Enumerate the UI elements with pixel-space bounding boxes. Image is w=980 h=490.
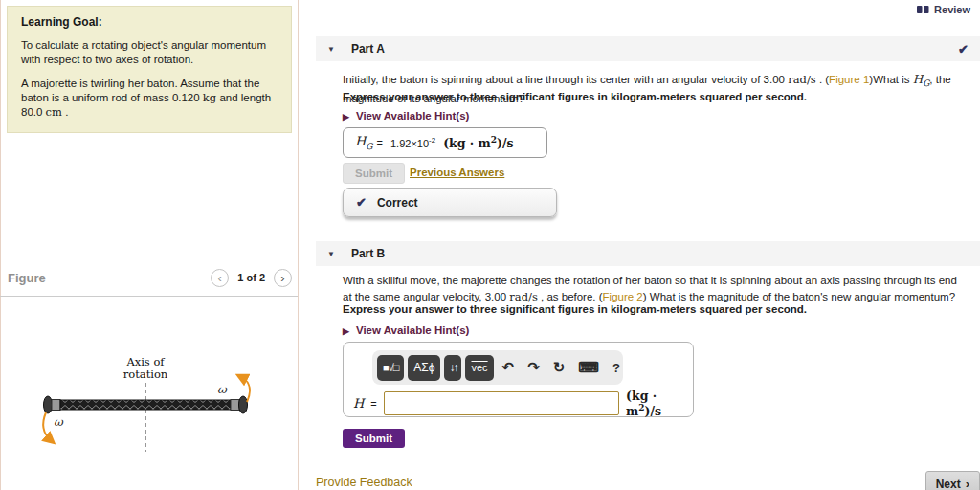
next-button[interactable]: Next › — [925, 471, 980, 490]
learning-goal-paragraph-2: A majorette is twirling her baton. Assum… — [21, 77, 278, 121]
book-icon — [917, 4, 929, 15]
answer-units: (kg · m2)/s — [443, 135, 513, 150]
answer-value: 1.92×10-2 — [390, 136, 435, 149]
part-a-complete-check-icon: ✔ — [958, 42, 969, 56]
reset-icon[interactable]: ↻ — [553, 359, 566, 376]
part-b-express-instruction: Express your answer to three significant… — [343, 303, 807, 315]
help-icon[interactable]: ? — [612, 361, 620, 375]
chevron-right-icon: › — [280, 271, 284, 285]
part-b-answer-input[interactable] — [384, 391, 619, 415]
hints-triangle-icon: ▶ — [343, 326, 349, 336]
unit-kg: kg — [203, 91, 216, 104]
redo-icon[interactable]: ↷ — [527, 359, 540, 376]
learning-goal-paragraph-1: To calculate a rotating object's angular… — [21, 38, 278, 68]
baton-right-cap — [239, 396, 248, 413]
correct-feedback-box: ✔ Correct — [343, 188, 557, 217]
omega-arrow-left — [43, 412, 51, 440]
input-units: (kg · m2)/s — [626, 389, 693, 418]
vector-button[interactable]: vec — [465, 355, 493, 381]
part-b-header[interactable]: ▼ Part B — [316, 241, 980, 266]
provide-feedback-link[interactable]: Provide Feedback — [316, 476, 412, 489]
part-a-express-instruction: Express your answer to three significant… — [343, 91, 807, 102]
chevron-right-icon: › — [966, 477, 969, 490]
unit-rad-s: rad/s — [788, 73, 816, 86]
omega-label-left: ω — [54, 415, 64, 429]
answer-variable: HG — [355, 134, 373, 151]
part-a-title: Part A — [351, 42, 385, 56]
previous-answers-link[interactable]: Previous Answers — [410, 167, 504, 178]
equals-sign: = — [370, 398, 376, 410]
keyboard-icon[interactable]: ⌨ — [578, 359, 599, 376]
review-link[interactable]: Review — [917, 4, 970, 15]
figure-1-link[interactable]: Figure 1 — [829, 74, 869, 85]
correct-label: Correct — [377, 196, 418, 210]
equals-sign: = — [377, 137, 383, 148]
part-b-question: With a skillful move, the majorette chan… — [343, 273, 969, 306]
math-templates-button[interactable]: ■√□ — [377, 355, 404, 381]
hints-label: View Available Hint(s) — [356, 324, 469, 336]
collapse-triangle-icon[interactable]: ▼ — [327, 45, 335, 54]
part-a-hints-toggle[interactable]: ▶View Available Hint(s) — [343, 110, 469, 122]
axis-label-line1: Axis of — [125, 355, 165, 368]
chevron-left-icon: ‹ — [218, 271, 222, 285]
part-a-answer-display: HG = 1.92×10-2 (kg · m2)/s — [343, 127, 547, 158]
baton-left-cap — [44, 396, 53, 413]
part-b-hints-toggle[interactable]: ▶View Available Hint(s) — [343, 324, 469, 336]
subscript-superscript-button[interactable]: ↓↑ — [444, 355, 461, 381]
review-label: Review — [934, 4, 970, 15]
baton-rod — [60, 400, 231, 410]
part-b-submit-button[interactable]: Submit — [343, 429, 405, 448]
figure-prev-button[interactable]: ‹ — [211, 269, 229, 287]
figure-page-indicator: 1 of 2 — [237, 272, 265, 283]
axis-label-line2: rotation — [123, 368, 168, 381]
undo-icon[interactable]: ↶ — [502, 359, 515, 376]
collapse-triangle-icon[interactable]: ▼ — [327, 250, 335, 258]
part-b-input-row: H = (kg · m2)/s — [353, 389, 693, 418]
figure-next-button[interactable]: › — [274, 269, 292, 287]
input-variable: H — [353, 396, 364, 411]
variable-hg: HG — [913, 73, 930, 86]
correct-check-icon: ✔ — [356, 195, 367, 210]
equation-toolbar: ■√□ ΑΣϕ ↓↑ vec ↶ ↷ ↻ ⌨ ? — [372, 350, 623, 385]
baton-right-collar — [231, 400, 239, 411]
equation-editor: ■√□ ΑΣϕ ↓↑ vec ↶ ↷ ↻ ⌨ ? H = (kg · m2)/s — [343, 342, 694, 417]
part-a-header[interactable]: ▼ Part A ✔ — [316, 36, 980, 61]
learning-goal-title: Learning Goal: — [21, 15, 278, 31]
unit-cm: cm — [46, 105, 62, 119]
panel-divider — [298, 0, 299, 490]
greek-letters-button[interactable]: ΑΣϕ — [408, 355, 440, 381]
part-a-submit-button-disabled: Submit — [343, 163, 405, 184]
baton-figure: Axis of rotation ω ω — [0, 299, 298, 490]
mastering-physics-page: Learning Goal: To calculate a rotating o… — [0, 0, 980, 490]
part-b-title: Part B — [351, 247, 385, 260]
hints-triangle-icon: ▶ — [343, 112, 349, 122]
learning-goal-panel: Learning Goal: To calculate a rotating o… — [7, 6, 292, 133]
baton-left-collar — [52, 400, 60, 411]
figure-divider — [0, 296, 298, 297]
omega-label-right: ω — [217, 383, 228, 396]
unit-rad-s: rad/s — [509, 290, 538, 303]
figure-header: Figure ‹ 1 of 2 › — [8, 268, 292, 287]
next-label: Next — [936, 478, 961, 490]
hints-label: View Available Hint(s) — [356, 110, 469, 122]
figure-title: Figure — [8, 271, 211, 285]
figure-2-link[interactable]: Figure 2 — [603, 291, 643, 302]
